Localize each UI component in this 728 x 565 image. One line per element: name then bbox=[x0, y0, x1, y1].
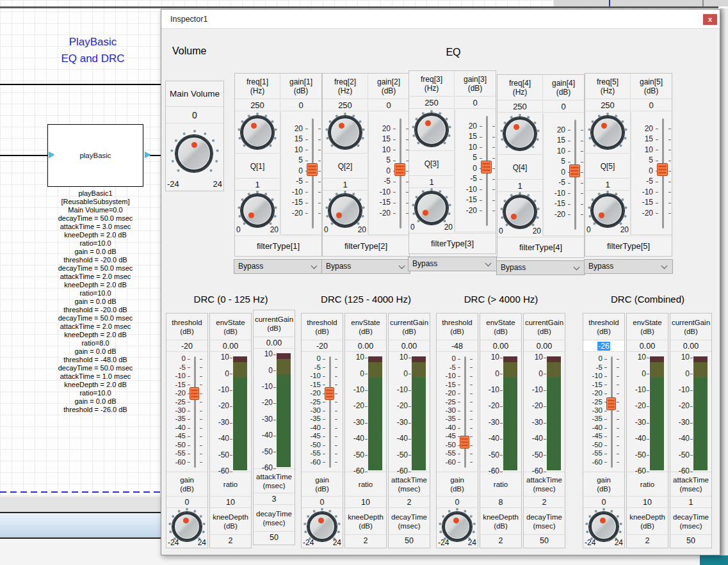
freq-knob[interactable] bbox=[415, 113, 448, 147]
slider-track[interactable] bbox=[611, 356, 613, 468]
kneedepth-value[interactable]: 2 bbox=[627, 535, 668, 546]
kneedepth-value[interactable]: 2 bbox=[210, 535, 251, 546]
scale-label: -20 bbox=[369, 208, 391, 219]
q-value[interactable]: 1 bbox=[409, 177, 455, 188]
freq-knob-cell bbox=[497, 113, 543, 155]
gain-value[interactable]: 0 bbox=[166, 497, 207, 508]
threshold-slider-handle[interactable] bbox=[606, 397, 616, 410]
scale-label: 0 bbox=[480, 366, 499, 382]
scale-label: -10 bbox=[210, 382, 229, 398]
freq-value[interactable]: 250 bbox=[585, 100, 631, 111]
freq-knob[interactable] bbox=[328, 116, 362, 149]
annotation-line: attackTime = 3.0 msec bbox=[19, 223, 172, 231]
envstate-header: envState (dB) bbox=[480, 314, 521, 340]
kneedepth-cell: kneeDepth (dB) 2 bbox=[627, 508, 668, 548]
q-knob[interactable] bbox=[328, 194, 362, 227]
q-knob[interactable] bbox=[241, 194, 274, 227]
close-button[interactable]: x bbox=[703, 14, 717, 25]
threshold-slider-handle[interactable] bbox=[190, 387, 199, 400]
scale-label: -20 bbox=[631, 208, 653, 219]
filter-type-dropdown[interactable]: Bypass bbox=[321, 259, 410, 274]
decaytime-value[interactable]: 50 bbox=[670, 535, 711, 546]
gain-slider-handle[interactable] bbox=[657, 163, 668, 176]
ratio-value[interactable]: 10 bbox=[627, 497, 668, 508]
q-value[interactable]: 1 bbox=[235, 179, 280, 191]
ratio-value[interactable]: 8 bbox=[480, 497, 521, 508]
gain-header: gain (dB) bbox=[583, 472, 624, 497]
ratio-value[interactable]: 10 bbox=[345, 497, 386, 508]
freq-knob[interactable] bbox=[503, 117, 537, 150]
threshold-value-field[interactable]: -26 bbox=[583, 340, 624, 352]
main-volume-knob[interactable] bbox=[175, 135, 213, 172]
threshold-value-field[interactable]: -20 bbox=[166, 340, 207, 352]
q-value[interactable]: 1 bbox=[497, 180, 543, 192]
playbasic-block[interactable]: playBasic bbox=[47, 124, 143, 187]
gain-value[interactable]: 0 bbox=[543, 101, 584, 113]
scale-label: -50 bbox=[389, 447, 408, 463]
filter-type-dropdown[interactable]: Bypass bbox=[408, 257, 497, 271]
q-value[interactable]: 1 bbox=[585, 179, 631, 191]
decaytime-value[interactable]: 50 bbox=[389, 535, 430, 546]
gain-knob[interactable] bbox=[589, 512, 619, 541]
gain-slider-handle[interactable] bbox=[307, 163, 318, 176]
knob-indicator bbox=[601, 123, 607, 129]
threshold-slider-handle[interactable] bbox=[460, 436, 469, 449]
filter-type-dropdown[interactable]: Bypass bbox=[584, 259, 673, 274]
currentgain-column: currentGain (dB) 0.00 10 0 -10 -20 bbox=[253, 310, 295, 545]
freq-knob[interactable] bbox=[241, 116, 274, 149]
filter-type-dropdown[interactable]: Bypass bbox=[234, 259, 323, 274]
knob-indicator bbox=[514, 124, 519, 130]
gain-unit: (dB) bbox=[468, 84, 483, 93]
freq-knob-cell bbox=[323, 112, 368, 154]
freq-value[interactable]: 250 bbox=[323, 100, 368, 111]
gain-slider-handle[interactable] bbox=[481, 161, 492, 173]
freq-value[interactable]: 250 bbox=[497, 101, 543, 113]
threshold-value-field[interactable]: -48 bbox=[437, 340, 478, 352]
attacktime-value[interactable]: 3 bbox=[254, 493, 295, 505]
scale-label: -60 bbox=[480, 463, 499, 479]
gain-knob[interactable] bbox=[172, 512, 202, 541]
kneedepth-value[interactable]: 2 bbox=[480, 535, 521, 546]
threshold-slider-handle[interactable] bbox=[325, 387, 334, 400]
scale-label: -40 bbox=[480, 431, 499, 447]
freq-knob[interactable] bbox=[591, 116, 624, 149]
gain-knob[interactable] bbox=[442, 512, 472, 541]
q-knob[interactable] bbox=[415, 191, 448, 225]
gain-value[interactable]: 0 bbox=[280, 100, 321, 111]
decaytime-value[interactable]: 50 bbox=[524, 535, 565, 546]
drc-section: DRC (0 - 125 Hz) threshold (dB) -20 0 bbox=[166, 292, 296, 548]
scale-label: -50 bbox=[480, 447, 499, 463]
gain-value[interactable]: 0 bbox=[455, 97, 496, 109]
threshold-value-field[interactable]: -20 bbox=[302, 340, 343, 352]
freq-value[interactable]: 250 bbox=[235, 100, 280, 111]
gain-value[interactable]: 0 bbox=[302, 497, 343, 508]
inspector-titlebar[interactable]: Inspector1 x bbox=[161, 10, 720, 29]
attacktime-value[interactable]: 1 bbox=[670, 497, 711, 508]
gain-slider-handle[interactable] bbox=[569, 164, 580, 177]
filter-type-dropdown[interactable]: Bypass bbox=[496, 260, 585, 275]
gain-value[interactable]: 0 bbox=[583, 497, 624, 508]
gain-value[interactable]: 0 bbox=[437, 497, 478, 508]
q-value[interactable]: 1 bbox=[323, 179, 368, 191]
scale-label: -60 bbox=[583, 458, 603, 466]
kneedepth-value[interactable]: 2 bbox=[345, 535, 386, 546]
main-volume-value[interactable]: 0 bbox=[166, 107, 223, 123]
q-knob[interactable] bbox=[591, 194, 624, 227]
attacktime-value[interactable]: 2 bbox=[524, 497, 565, 508]
decaytime-value[interactable]: 50 bbox=[254, 532, 295, 543]
ratio-value[interactable]: 10 bbox=[210, 497, 251, 508]
slider-track[interactable] bbox=[329, 356, 331, 468]
gain-slider-handle[interactable] bbox=[394, 163, 405, 176]
gain-value[interactable]: 0 bbox=[631, 100, 672, 111]
slider-track[interactable] bbox=[464, 356, 466, 468]
filter-type-selected: Bypass bbox=[238, 262, 263, 271]
threshold-value-text: -20 bbox=[316, 342, 328, 351]
scale-label: 5 bbox=[369, 155, 391, 166]
freq-value[interactable]: 250 bbox=[409, 97, 455, 109]
slider-track[interactable] bbox=[194, 356, 196, 468]
meter-bar bbox=[503, 356, 517, 470]
q-knob[interactable] bbox=[503, 195, 537, 228]
attacktime-value[interactable]: 2 bbox=[389, 497, 430, 508]
gain-knob[interactable] bbox=[307, 512, 337, 541]
gain-value[interactable]: 0 bbox=[368, 100, 409, 111]
